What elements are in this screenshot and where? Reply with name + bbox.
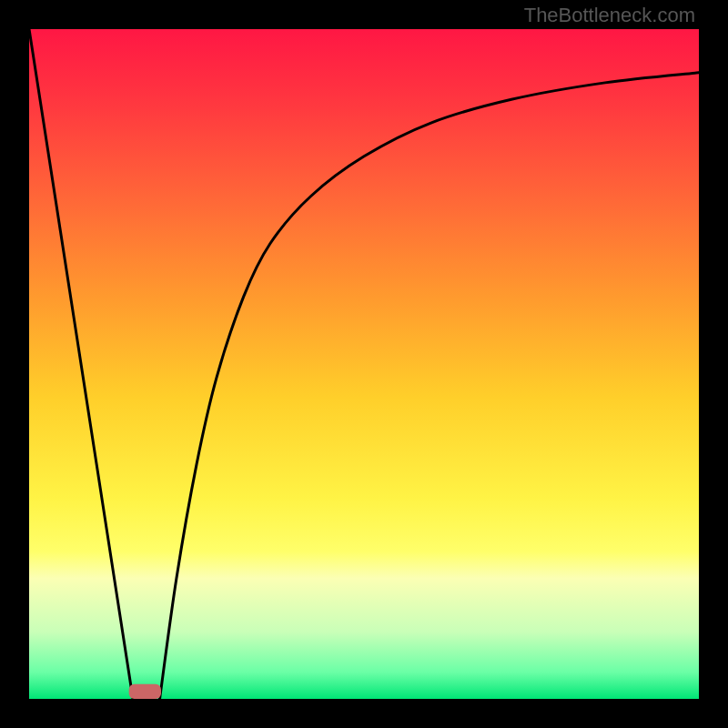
watermark-text: TheBottleneck.com <box>524 4 695 27</box>
chart-container: TheBottleneck.com <box>0 0 728 728</box>
left-line <box>29 29 133 699</box>
plot-area <box>29 29 699 699</box>
curves-layer <box>29 29 699 699</box>
right-curve <box>160 73 699 699</box>
trough-marker <box>129 684 161 699</box>
